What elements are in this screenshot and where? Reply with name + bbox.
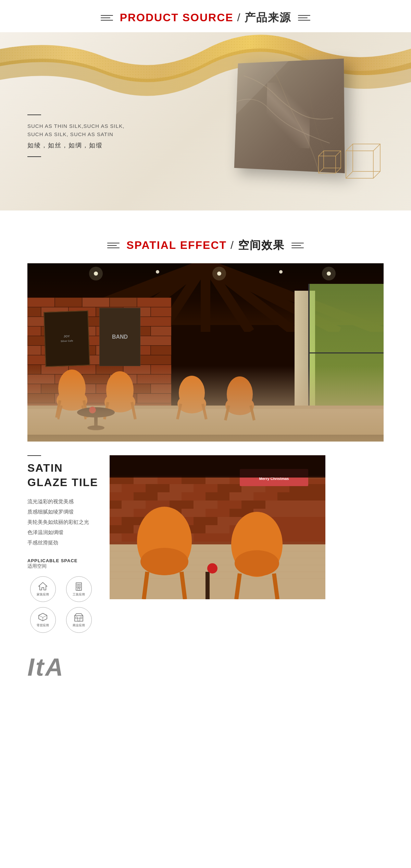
svg-point-26 [279, 270, 283, 274]
svg-rect-156 [122, 501, 146, 509]
svg-rect-183 [110, 533, 122, 542]
header-title-en: PRODUCT SOURCE [120, 11, 234, 24]
svg-rect-138 [110, 484, 122, 492]
svg-rect-206 [110, 455, 325, 478]
svg-rect-147 [110, 492, 134, 501]
svg-point-205 [207, 563, 217, 574]
svg-rect-47 [137, 317, 171, 326]
cube-small [317, 149, 342, 180]
hero-section: SUCH AS THIN SILK,SUCH AS SILK, SUCH AS … [0, 32, 411, 210]
svg-point-28 [89, 267, 103, 280]
commercial-icon [74, 612, 84, 622]
svg-point-29 [212, 267, 226, 280]
svg-rect-161 [241, 501, 265, 509]
feature-item-4: 色泽温润如绸缎 [27, 527, 103, 538]
svg-rect-181 [206, 525, 229, 533]
svg-rect-142 [194, 484, 217, 492]
icon-item-floor: 零层应用 [27, 607, 58, 633]
svg-rect-151 [206, 492, 229, 501]
floor-label: 零层应用 [37, 623, 49, 628]
svg-rect-124 [78, 618, 80, 621]
icon-item-commercial: 商业应用 [63, 607, 94, 633]
spatial-slash: / [231, 239, 238, 251]
svg-rect-154 [277, 492, 325, 501]
hero-text: SUCH AS THIN SILK,SUCH AS SILK, SUCH AS … [27, 114, 124, 157]
svg-rect-33 [55, 298, 82, 307]
svg-rect-143 [217, 484, 241, 492]
svg-rect-162 [265, 501, 325, 509]
svg-point-30 [322, 267, 336, 280]
svg-line-13 [336, 168, 341, 173]
svg-rect-35 [110, 298, 137, 307]
svg-rect-150 [182, 492, 206, 501]
bottom-content: SATIN GLAZE TILE 流光溢彩的视觉美感 质感细腻如绫罗绸缎 美轮美… [0, 442, 411, 633]
svg-rect-42 [151, 307, 171, 317]
svg-rect-126 [80, 617, 82, 619]
hero-dash-top [27, 114, 41, 115]
commercial-label: 商业应用 [73, 623, 85, 628]
svg-line-11 [336, 151, 341, 156]
header-left-lines [101, 15, 113, 21]
ribbon-svg [0, 32, 411, 108]
icon-circle-commercial: 商业应用 [66, 607, 92, 633]
floor-overlay [27, 366, 384, 442]
svg-rect-125 [76, 617, 77, 619]
header-title: PRODUCT SOURCE / 产品来源 [120, 10, 291, 25]
svg-rect-36 [137, 298, 171, 307]
svg-rect-121 [78, 588, 80, 590]
svg-rect-160 [217, 501, 241, 509]
svg-rect-166 [182, 509, 206, 517]
home-icon [38, 581, 48, 591]
svg-point-24 [156, 270, 159, 274]
icon-item-building: 工装应用 [63, 576, 94, 602]
spatial-image-container: JOYSilver Cafe BAND [0, 263, 411, 442]
svg-rect-158 [170, 501, 194, 509]
svg-rect-174 [194, 517, 217, 525]
feature-list: 流光溢彩的视觉美感 质感细腻如绫罗绸缎 美轮美奂如炫丽的彩虹之光 色泽温润如绸缎… [27, 496, 103, 548]
svg-rect-120 [79, 587, 80, 588]
svg-line-6 [346, 171, 353, 178]
spatial-title-en: SPATIAL EFFECT [126, 239, 227, 251]
svg-line-10 [319, 151, 324, 156]
floor-icon [38, 612, 48, 622]
header-slash: / [237, 11, 241, 24]
svg-rect-118 [79, 584, 80, 586]
applicable-title-cn: 适用空间 [27, 563, 103, 569]
header-title-cn: 产品来源 [245, 11, 291, 24]
feature-item-3: 美轮美奂如炫丽的彩虹之光 [27, 517, 103, 527]
icon-circle-building: 工装应用 [66, 576, 92, 602]
applicable-title-en: APPLICABLE SPACE [27, 558, 103, 563]
spatial-section-header: SPATIAL EFFECT / 空间效果 [0, 231, 411, 263]
svg-rect-139 [122, 484, 146, 492]
hero-dash-bottom [27, 156, 41, 157]
svg-rect-177 [110, 525, 134, 533]
svg-rect-140 [146, 484, 170, 492]
svg-rect-153 [253, 492, 277, 501]
feature-item-2: 质感细腻如绫罗绸缎 [27, 507, 103, 517]
building-icon [74, 581, 84, 591]
svg-rect-152 [229, 492, 253, 501]
svg-rect-141 [170, 484, 194, 492]
cube-decorations [342, 141, 384, 190]
svg-line-7 [373, 171, 380, 178]
satin-title: SATIN GLAZE TILE [27, 461, 103, 490]
icon-circle-home: 家装应用 [30, 576, 56, 602]
bottom-restaurant-svg: Merry Christmas [110, 455, 325, 599]
ita-area: ItA [0, 633, 411, 701]
svg-rect-32 [27, 298, 55, 307]
bottom-right-image: Merry Christmas [110, 455, 325, 599]
svg-rect-53 [151, 326, 171, 336]
svg-rect-117 [77, 584, 78, 586]
header-right-lines [298, 15, 310, 21]
spatial-right-lines [291, 243, 304, 248]
icon-circle-floor: 零层应用 [30, 607, 56, 633]
svg-rect-116 [76, 583, 82, 590]
icon-item-home: 家装应用 [27, 576, 58, 602]
hero-text-en: SUCH AS THIN SILK,SUCH AS SILK, SUCH AS … [27, 122, 124, 138]
svg-rect-48 [27, 326, 41, 336]
svg-line-5 [373, 144, 380, 151]
spatial-main-image: JOYSilver Cafe BAND [27, 263, 384, 442]
svg-rect-149 [158, 492, 182, 501]
svg-rect-167 [206, 509, 229, 517]
svg-rect-163 [110, 509, 134, 517]
